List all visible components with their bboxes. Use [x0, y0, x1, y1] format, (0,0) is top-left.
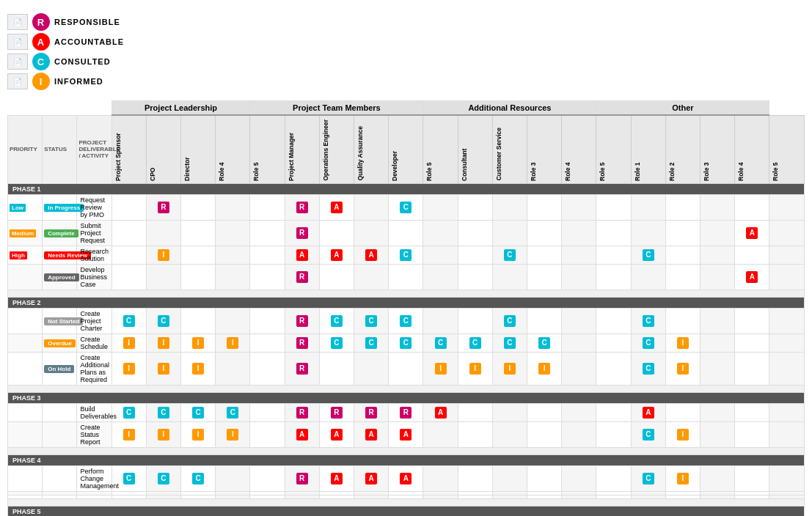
raci-cell-r2-1-c11 — [492, 421, 527, 447]
raci-cell-r3-0-c16: I — [665, 465, 700, 491]
raci-cell-r1-1-c2: I — [181, 333, 216, 352]
raci-cell-r0-3-c9 — [423, 264, 458, 290]
table-row: On HoldCreate Additional Plans as Requir… — [8, 352, 805, 385]
cell-status: On Hold — [43, 352, 77, 385]
raci-cell-r0-1-c8 — [389, 220, 423, 246]
raci-cell-r0-2-c8: C — [389, 246, 423, 264]
status-badge: Overdue — [44, 339, 75, 347]
legend: 📄 R RESPONSIBLE 📄 A ACCOUNTABLE 📄 C CONS… — [7, 13, 124, 90]
phase-row-1: PHASE 1 — [8, 183, 805, 194]
raci-cell-r2-1-c18 — [735, 421, 769, 447]
raci-cell-r0-2-c19 — [769, 246, 805, 264]
raci-badge-c: C — [400, 202, 412, 213]
raci-badge-i: I — [123, 429, 135, 441]
raci-cell-r1-0-c8: C — [389, 308, 423, 333]
raci-cell-r3-0-c4 — [250, 465, 285, 491]
cell-status: Complete — [43, 220, 77, 246]
raci-cell-r0-2-c16 — [665, 246, 700, 264]
column-header-15: Role 1 — [631, 115, 665, 183]
cell-activity: Create Status Report — [77, 421, 111, 447]
cell-status: In Progress — [43, 194, 77, 220]
raci-cell-r0-1-c6 — [319, 220, 354, 246]
raci-badge-a: A — [400, 429, 412, 441]
raci-cell-r1-0-c12 — [527, 308, 562, 333]
raci-cell-r2-0-c0: C — [111, 403, 146, 421]
raci-badge-r: R — [158, 202, 169, 213]
raci-cell-r0-0-c0 — [111, 194, 146, 220]
raci-cell-r2-1-c2: I — [181, 421, 216, 447]
cell-priority: Medium — [8, 220, 43, 246]
raci-badge-c: C — [123, 407, 135, 419]
raci-badge-i: I — [158, 337, 169, 349]
raci-cell-r0-1-c7 — [354, 220, 389, 246]
raci-cell-r1-2-c5: R — [285, 352, 319, 385]
raci-badge-i: I — [677, 473, 689, 484]
raci-cell-r0-3-c14 — [596, 264, 631, 290]
raci-badge-i: I — [158, 249, 169, 261]
raci-cell-r0-0-c3 — [216, 194, 250, 220]
raci-badge-c: C — [227, 407, 238, 419]
phase-label-3: PHASE 3 — [8, 392, 805, 403]
column-header-10: Consultant — [458, 115, 492, 183]
raci-cell-r1-2-c6 — [319, 352, 354, 385]
raci-badge-i: I — [677, 429, 689, 441]
raci-cell-r2-0-c3: C — [216, 403, 250, 421]
cell-activity: Create Additional Plans as Required — [77, 352, 111, 385]
raci-badge-i: I — [192, 363, 204, 375]
column-header-18: Role 4 — [735, 115, 769, 183]
raci-cell-r3-0-c13 — [562, 465, 596, 491]
cell-activity: Request Review by PMO — [77, 194, 111, 220]
legend-item-a: 📄 A ACCOUNTABLE — [7, 33, 124, 51]
raci-cell-r0-3-c4 — [250, 264, 285, 290]
cell-activity: Create Schedule — [77, 333, 111, 352]
priority-badge: Low — [10, 204, 26, 212]
raci-cell-r2-1-c9 — [423, 421, 458, 447]
raci-badge-a: A — [365, 429, 377, 441]
raci-cell-r1-2-c15: C — [631, 352, 665, 385]
subheader-status: STATUS — [43, 115, 77, 183]
raci-cell-r1-1-c10: C — [458, 333, 492, 352]
raci-cell-r0-2-c3 — [216, 246, 250, 264]
column-header-7: Quality Assurance — [354, 115, 389, 183]
raci-badge-i: I — [158, 363, 169, 375]
raci-cell-r1-2-c2: I — [181, 352, 216, 385]
raci-badge-c: C — [158, 315, 169, 327]
raci-cell-r1-0-c2 — [181, 308, 216, 333]
raci-cell-r0-2-c4 — [250, 246, 285, 264]
raci-cell-r0-2-c5: A — [285, 246, 319, 264]
empty-spacer-row — [8, 290, 805, 297]
cell-status — [43, 465, 77, 491]
raci-cell-r0-2-c17 — [701, 246, 735, 264]
cell-priority — [8, 264, 43, 290]
raci-cell-r1-2-c0: I — [111, 352, 146, 385]
raci-cell-r1-1-c14 — [596, 333, 631, 352]
raci-badge-c: C — [192, 407, 204, 419]
raci-cell-r3-0-c15: C — [631, 465, 665, 491]
raci-cell-r0-0-c18 — [735, 194, 769, 220]
raci-cell-r2-1-c8: A — [389, 421, 423, 447]
raci-cell-r2-1-c16: I — [665, 421, 700, 447]
raci-cell-r0-1-c5: R — [285, 220, 319, 246]
raci-cell-r0-0-c4 — [250, 194, 285, 220]
table-row: ApprovedDevelop Business CaseRA — [8, 264, 805, 290]
raci-cell-r2-0-c9: A — [423, 403, 458, 421]
raci-badge-c: C — [469, 337, 481, 349]
raci-cell-r2-0-c13 — [562, 403, 596, 421]
raci-badge-r: R — [400, 407, 412, 419]
raci-cell-r0-3-c6 — [319, 264, 354, 290]
raci-cell-r0-3-c16 — [665, 264, 700, 290]
raci-cell-r0-1-c18: A — [735, 220, 769, 246]
raci-cell-r2-0-c6: R — [319, 403, 354, 421]
raci-cell-r3-0-c19 — [769, 465, 805, 491]
raci-cell-r1-0-c6: C — [319, 308, 354, 333]
raci-cell-r2-0-c19 — [769, 403, 805, 421]
raci-cell-r0-1-c4 — [250, 220, 285, 246]
cell-status: Needs Review — [43, 246, 77, 264]
column-header-6: Operations Engineer — [319, 115, 354, 183]
legend-item-r: 📄 R RESPONSIBLE — [7, 13, 124, 31]
raci-cell-r0-3-c10 — [458, 264, 492, 290]
raci-cell-r0-3-c18: A — [735, 264, 769, 290]
status-badge: On Hold — [44, 365, 74, 373]
raci-badge-r: R — [296, 473, 308, 484]
raci-cell-r0-1-c10 — [458, 220, 492, 246]
